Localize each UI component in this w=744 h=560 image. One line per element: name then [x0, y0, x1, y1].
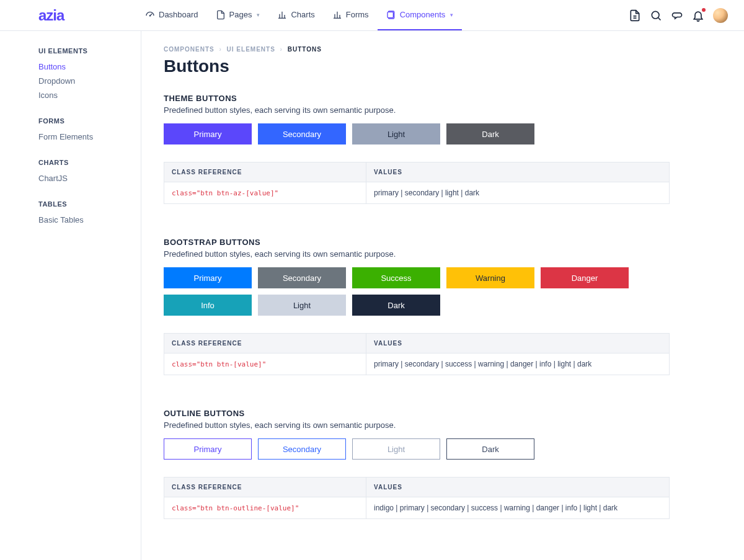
sidebar-group-ui-elements: UI ELEMENTS Buttons Dropdown Icons — [38, 47, 128, 102]
sidebar-link-buttons[interactable]: Buttons — [38, 60, 128, 74]
cell-class-reference: class="btn btn-[value]" — [164, 353, 366, 375]
outline-primary-button[interactable]: Primary — [164, 438, 252, 460]
button-row: Primary Secondary Light Dark — [164, 123, 670, 144]
sidebar-heading: TABLES — [38, 200, 128, 208]
brand-logo[interactable]: azia — [12, 7, 136, 24]
theme-secondary-button[interactable]: Secondary — [258, 123, 346, 144]
outline-reference-table: CLASS REFERENCE VALUES class="btn btn-ou… — [164, 477, 670, 519]
section-bootstrap-buttons: BOOTSTRAP BUTTONS Predefined button styl… — [164, 238, 670, 375]
section-title: THEME BUTTONS — [164, 94, 670, 103]
sidebar-link-chartjs[interactable]: ChartJS — [38, 171, 128, 185]
bs-danger-button[interactable]: Danger — [541, 267, 629, 288]
chevron-down-icon: ▾ — [450, 12, 453, 18]
topbar: azia Dashboard Pages ▾ Charts Forms Comp… — [0, 0, 744, 31]
nav-forms[interactable]: Forms — [324, 0, 378, 30]
chevron-down-icon: ▾ — [257, 12, 260, 18]
file-icon — [216, 10, 226, 20]
bs-dark-button[interactable]: Dark — [352, 295, 440, 316]
chevron-right-icon: › — [280, 46, 283, 53]
col-class-reference: CLASS REFERENCE — [164, 478, 366, 497]
main-content: COMPONENTS › UI ELEMENTS › BUTTONS Butto… — [141, 31, 744, 560]
nav-label: Pages — [229, 10, 252, 19]
bs-primary-button[interactable]: Primary — [164, 267, 252, 288]
speedometer-icon — [145, 10, 155, 20]
layers-icon — [386, 10, 396, 20]
sidebar-link-icons[interactable]: Icons — [38, 88, 128, 102]
crumb-ui-elements[interactable]: UI ELEMENTS — [227, 46, 275, 53]
col-values: VALUES — [366, 334, 670, 353]
user-avatar[interactable] — [713, 8, 728, 23]
col-values: VALUES — [366, 162, 670, 182]
nav-label: Components — [400, 10, 446, 19]
sidebar-link-dropdown[interactable]: Dropdown — [38, 74, 128, 88]
nav-dashboard[interactable]: Dashboard — [136, 0, 207, 30]
header-actions — [629, 8, 732, 23]
button-row: Primary Secondary Success Warning Danger… — [164, 267, 670, 316]
search-icon[interactable] — [650, 9, 662, 22]
sidebar-group-forms: FORMS Form Elements — [38, 117, 128, 144]
section-theme-buttons: THEME BUTTONS Predefined button styles, … — [164, 94, 670, 204]
document-icon[interactable] — [629, 9, 641, 22]
bar-chart-icon — [277, 10, 287, 20]
top-nav: Dashboard Pages ▾ Charts Forms Component… — [136, 0, 462, 30]
section-desc: Predefined button styles, each serving i… — [164, 249, 670, 259]
section-outline-buttons: OUTLINE BUTTONS Predefined button styles… — [164, 409, 670, 519]
nav-components[interactable]: Components ▾ — [378, 0, 463, 30]
outline-light-button[interactable]: Light — [352, 438, 440, 460]
sidebar-heading: CHARTS — [38, 159, 128, 166]
outline-dark-button[interactable]: Dark — [446, 438, 534, 460]
crumb-current: BUTTONS — [288, 46, 322, 53]
page-title: Buttons — [164, 56, 670, 76]
nav-label: Charts — [291, 10, 314, 19]
cell-values: primary | secondary | light | dark — [366, 182, 670, 204]
chevron-right-icon: › — [219, 46, 221, 53]
package-icon — [332, 10, 342, 20]
section-title: OUTLINE BUTTONS — [164, 409, 670, 418]
cell-class-reference: class="btn btn-outline-[value]" — [164, 497, 366, 519]
svg-point-0 — [149, 15, 150, 16]
svg-rect-2 — [388, 12, 393, 17]
theme-reference-table: CLASS REFERENCE VALUES class="btn btn-az… — [164, 162, 670, 204]
sidebar: UI ELEMENTS Buttons Dropdown Icons FORMS… — [0, 31, 141, 560]
sidebar-link-basic-tables[interactable]: Basic Tables — [38, 213, 128, 227]
messages-icon[interactable] — [671, 9, 683, 22]
sidebar-heading: FORMS — [38, 117, 128, 125]
section-desc: Predefined button styles, each serving i… — [164, 105, 670, 115]
breadcrumb: COMPONENTS › UI ELEMENTS › BUTTONS — [164, 46, 670, 53]
sidebar-heading: UI ELEMENTS — [38, 47, 128, 55]
nav-label: Dashboard — [159, 10, 198, 19]
bs-secondary-button[interactable]: Secondary — [258, 267, 346, 288]
sidebar-group-charts: CHARTS ChartJS — [38, 159, 128, 185]
bs-warning-button[interactable]: Warning — [446, 267, 534, 288]
notifications-icon[interactable] — [692, 9, 704, 22]
crumb-components[interactable]: COMPONENTS — [164, 46, 215, 53]
button-row: Primary Secondary Light Dark — [164, 438, 670, 460]
nav-pages[interactable]: Pages ▾ — [207, 0, 269, 30]
bootstrap-reference-table: CLASS REFERENCE VALUES class="btn btn-[v… — [164, 333, 670, 375]
cell-values: indigo | primary | secondary | success |… — [366, 497, 670, 519]
nav-label: Forms — [346, 10, 369, 19]
sidebar-group-tables: TABLES Basic Tables — [38, 200, 128, 227]
bs-light-button[interactable]: Light — [258, 295, 346, 316]
col-class-reference: CLASS REFERENCE — [164, 162, 366, 182]
outline-secondary-button[interactable]: Secondary — [258, 438, 346, 460]
bs-info-button[interactable]: Info — [164, 295, 252, 316]
section-desc: Predefined button styles, each serving i… — [164, 420, 670, 430]
theme-light-button[interactable]: Light — [352, 123, 440, 144]
cell-class-reference: class="btn btn-az-[value]" — [164, 182, 366, 204]
nav-charts[interactable]: Charts — [268, 0, 323, 30]
svg-point-3 — [652, 11, 659, 19]
bs-success-button[interactable]: Success — [352, 267, 440, 288]
theme-dark-button[interactable]: Dark — [446, 123, 534, 144]
sidebar-link-form-elements[interactable]: Form Elements — [38, 130, 128, 144]
col-class-reference: CLASS REFERENCE — [164, 334, 366, 353]
cell-values: primary | secondary | success | warning … — [366, 353, 670, 375]
section-title: BOOTSTRAP BUTTONS — [164, 238, 670, 247]
theme-primary-button[interactable]: Primary — [164, 123, 252, 144]
col-values: VALUES — [366, 478, 670, 497]
